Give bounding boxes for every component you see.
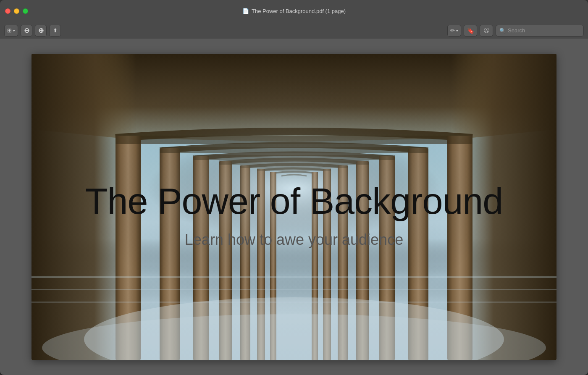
sidebar-dropdown-icon: ▾: [13, 29, 15, 33]
slide-content: The Power of Background Learn how to awe…: [85, 182, 503, 248]
titlebar: 📄 The Power of Background.pdf (1 page): [0, 0, 588, 22]
search-input[interactable]: [508, 27, 580, 34]
search-icon: 🔍: [499, 28, 506, 34]
toolbar-right: ✏ ▾ 🔖 Ⓐ 🔍: [447, 25, 584, 37]
window-title: The Power of Background.pdf (1 page): [252, 8, 346, 14]
bookmark-icon: 🔖: [467, 27, 474, 34]
search-bar[interactable]: 🔍: [496, 25, 584, 37]
zoom-out-icon: ⊖: [24, 26, 29, 34]
slide-title: The Power of Background: [85, 182, 503, 220]
share-button[interactable]: ⬆: [49, 25, 61, 37]
zoom-in-button[interactable]: ⊕: [35, 25, 47, 37]
app-window: 📄 The Power of Background.pdf (1 page) ⊞…: [0, 0, 588, 375]
zoom-in-icon: ⊕: [38, 26, 44, 34]
share-icon: ⬆: [53, 27, 58, 34]
bookmark-button[interactable]: 🔖: [464, 25, 477, 37]
sidebar-icon: ⊞: [7, 27, 12, 34]
slide-subtitle: Learn how to awe your audience: [185, 231, 403, 249]
pdf-page: The Power of Background Learn how to awe…: [32, 54, 556, 360]
traffic-lights: [5, 8, 28, 14]
document-icon: 📄: [242, 8, 249, 14]
toolbar: ⊞ ▾ ⊖ ⊕ ⬆ ✏ ▾ 🔖: [0, 22, 588, 39]
close-button[interactable]: [5, 8, 10, 14]
sidebar-toggle-button[interactable]: ⊞ ▾: [4, 25, 18, 37]
person-icon: Ⓐ: [484, 27, 489, 34]
maximize-button[interactable]: [23, 8, 28, 14]
content-area: The Power of Background Learn how to awe…: [0, 39, 588, 375]
window-title-area: 📄 The Power of Background.pdf (1 page): [242, 8, 346, 14]
pen-icon: ✏: [450, 27, 455, 34]
zoom-out-button[interactable]: ⊖: [21, 25, 32, 37]
annotation-button[interactable]: ✏ ▾: [447, 25, 461, 37]
annotation-dropdown-icon: ▾: [456, 29, 458, 33]
account-button[interactable]: Ⓐ: [480, 25, 493, 37]
minimize-button[interactable]: [14, 8, 19, 14]
